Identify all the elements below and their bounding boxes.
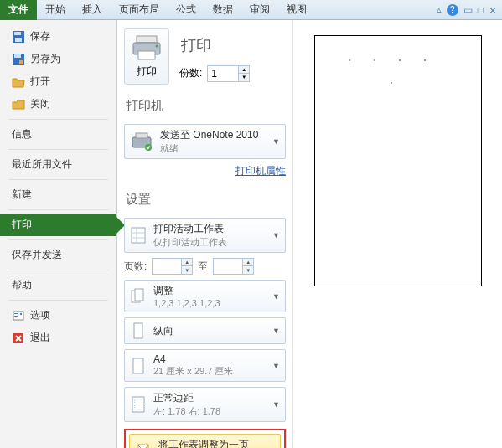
sidebar-item-exit[interactable]: 退出 bbox=[0, 327, 116, 349]
tab-file[interactable]: 文件 bbox=[0, 0, 37, 20]
help-icon[interactable]: ? bbox=[447, 4, 458, 16]
sidebar-item-open[interactable]: 打开 bbox=[0, 70, 116, 93]
sidebar-label: 帮助 bbox=[12, 278, 32, 292]
svg-rect-17 bbox=[132, 228, 145, 243]
margins-dropdown[interactable]: 正常边距 左: 1.78 右: 1.78 ▼ bbox=[124, 387, 286, 422]
exit-icon bbox=[12, 332, 25, 345]
svg-rect-7 bbox=[14, 316, 18, 317]
collate-sub: 1,2,3 1,2,3 1,2,3 bbox=[153, 298, 262, 308]
svg-rect-15 bbox=[136, 133, 147, 138]
sidebar-label: 选项 bbox=[30, 308, 50, 322]
margin-sub: 左: 1.78 右: 1.78 bbox=[153, 405, 262, 418]
sidebar-label: 打开 bbox=[30, 75, 50, 89]
printer-device-icon bbox=[130, 131, 153, 152]
ribbon-expand-icon[interactable]: ▵ bbox=[437, 4, 442, 15]
sidebar-item-close[interactable]: 关闭 bbox=[0, 93, 116, 116]
pages-label: 页数: bbox=[124, 260, 147, 274]
orient-title: 纵向 bbox=[153, 324, 262, 338]
svg-rect-24 bbox=[133, 358, 143, 373]
spin-down[interactable]: ▼ bbox=[239, 74, 249, 81]
tab-home[interactable]: 开始 bbox=[37, 0, 74, 20]
worksheet-icon bbox=[130, 226, 147, 245]
tab-formulas[interactable]: 公式 bbox=[168, 0, 204, 20]
print-preview-area bbox=[293, 20, 502, 448]
scaling-dropdown[interactable]: 将工作表调整为一页 缩减打印输出以显示在一个... ▼ bbox=[129, 434, 281, 448]
ribbon-controls: ▵ ? ▭ □ ⨯ bbox=[437, 4, 497, 16]
sidebar-label: 打印 bbox=[12, 218, 32, 232]
chevron-down-icon: ▼ bbox=[269, 362, 280, 370]
sidebar-label: 另存为 bbox=[30, 52, 60, 66]
sidebar-item-savesend[interactable]: 保存并发送 bbox=[0, 244, 116, 266]
sidebar-item-print[interactable]: 打印 bbox=[0, 214, 116, 236]
page-from-input[interactable] bbox=[153, 259, 181, 274]
print-title: 打印 bbox=[179, 32, 250, 60]
printer-dropdown[interactable]: 发送至 OneNote 2010 就绪 ▼ bbox=[124, 124, 286, 159]
fit-page-icon bbox=[135, 442, 152, 448]
print-button-label: 打印 bbox=[137, 64, 157, 79]
sidebar-item-saveas[interactable]: 另存为 bbox=[0, 48, 116, 70]
window-minimize-icon[interactable]: ▭ bbox=[463, 4, 473, 16]
sidebar-label: 关闭 bbox=[30, 97, 50, 111]
sidebar-label: 最近所用文件 bbox=[12, 157, 72, 172]
scope-sub: 仅打印活动工作表 bbox=[153, 236, 262, 249]
sidebar-item-recent[interactable]: 最近所用文件 bbox=[0, 153, 116, 176]
sidebar-item-help[interactable]: 帮助 bbox=[0, 274, 116, 296]
print-button[interactable]: 打印 bbox=[124, 28, 169, 85]
spin-up[interactable]: ▲ bbox=[239, 66, 249, 74]
tab-pagelayout[interactable]: 页面布局 bbox=[111, 0, 168, 20]
svg-rect-22 bbox=[135, 289, 143, 301]
paper-size-dropdown[interactable]: A4 21 厘米 x 29.7 厘米 ▼ bbox=[124, 349, 286, 382]
printer-status: 就绪 bbox=[160, 142, 262, 155]
page-from-spinner[interactable]: ▲▼ bbox=[152, 258, 193, 275]
collate-icon bbox=[130, 287, 147, 306]
printer-icon bbox=[132, 34, 162, 61]
orientation-dropdown[interactable]: 纵向 ▼ bbox=[124, 317, 286, 344]
chevron-down-icon: ▼ bbox=[269, 137, 280, 146]
margins-icon bbox=[130, 395, 147, 414]
chevron-down-icon: ▼ bbox=[269, 327, 280, 335]
collate-dropdown[interactable]: 调整 1,2,3 1,2,3 1,2,3 ▼ bbox=[124, 280, 286, 312]
svg-point-12 bbox=[156, 45, 158, 48]
sidebar-label: 保存 bbox=[30, 29, 50, 44]
window-close-icon[interactable]: ⨯ bbox=[489, 4, 497, 16]
folder-close-icon bbox=[12, 98, 25, 111]
tab-insert[interactable]: 插入 bbox=[74, 0, 111, 20]
svg-point-8 bbox=[20, 312, 22, 314]
save-icon bbox=[12, 30, 25, 44]
settings-section-title: 设置 bbox=[124, 188, 286, 213]
ribbon-tabs: 文件 开始 插入 页面布局 公式 数据 审阅 视图 ▵ ? ▭ □ ⨯ bbox=[0, 0, 502, 20]
sidebar-item-options[interactable]: 选项 bbox=[0, 304, 116, 327]
print-scope-dropdown[interactable]: 打印活动工作表 仅打印活动工作表 ▼ bbox=[124, 218, 286, 253]
page-to-input[interactable] bbox=[214, 259, 242, 274]
chevron-down-icon: ▼ bbox=[269, 231, 280, 239]
paper-sub: 21 厘米 x 29.7 厘米 bbox=[153, 365, 262, 378]
sidebar-label: 保存并发送 bbox=[12, 248, 62, 262]
svg-rect-23 bbox=[134, 323, 142, 338]
copies-input[interactable] bbox=[208, 66, 238, 81]
sidebar-item-new[interactable]: 新建 bbox=[0, 183, 116, 206]
margin-title: 正常边距 bbox=[153, 391, 262, 405]
sidebar-item-save[interactable]: 保存 bbox=[0, 25, 116, 48]
sidebar-item-info[interactable]: 信息 bbox=[0, 123, 116, 146]
svg-rect-2 bbox=[15, 38, 22, 42]
scale-title: 将工作表调整为一页 bbox=[158, 438, 257, 448]
backstage-sidebar: 保存 另存为 打开 关闭 信息 最近所用文件 新建 打印 保存并发送 帮助 选项 bbox=[0, 20, 117, 448]
svg-rect-1 bbox=[14, 32, 21, 35]
svg-rect-6 bbox=[14, 313, 18, 314]
svg-rect-10 bbox=[137, 36, 157, 43]
tab-review[interactable]: 审阅 bbox=[241, 0, 278, 20]
pages-to-label: 至 bbox=[198, 260, 208, 274]
tab-data[interactable]: 数据 bbox=[204, 0, 241, 20]
print-settings-pane: 打印 打印 份数: ▲▼ 打印机 发送至 OneNote 2010 bbox=[117, 20, 293, 448]
page-to-spinner[interactable]: ▲▼ bbox=[213, 258, 254, 275]
window-restore-icon[interactable]: □ bbox=[478, 4, 484, 16]
tab-view[interactable]: 视图 bbox=[278, 0, 315, 20]
printer-name: 发送至 OneNote 2010 bbox=[160, 128, 262, 142]
copies-spinner[interactable]: ▲▼ bbox=[207, 65, 250, 82]
chevron-down-icon: ▼ bbox=[269, 292, 280, 301]
paper-title: A4 bbox=[153, 353, 262, 365]
printer-section-title: 打印机 bbox=[124, 95, 286, 119]
printer-properties-link[interactable]: 打印机属性 bbox=[235, 165, 286, 177]
scope-title: 打印活动工作表 bbox=[153, 222, 262, 236]
sidebar-label: 新建 bbox=[12, 188, 32, 202]
